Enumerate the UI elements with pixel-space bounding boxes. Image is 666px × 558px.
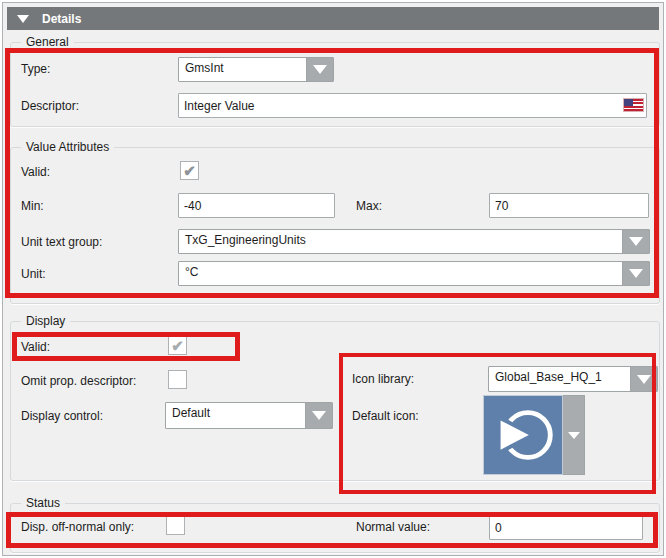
display-valid-checkbox[interactable]: ✔ bbox=[168, 336, 187, 355]
unit-label: Unit: bbox=[21, 267, 46, 281]
type-combobox-value: GmsInt bbox=[179, 58, 306, 81]
dropdown-arrow-icon bbox=[637, 375, 651, 384]
collapse-triangle-icon bbox=[17, 15, 29, 23]
value-attributes-group-label: Value Attributes bbox=[21, 140, 114, 154]
unit-dropdown-button[interactable] bbox=[622, 262, 649, 285]
normal-value-label: Normal value: bbox=[356, 520, 430, 534]
dropdown-arrow-icon bbox=[313, 65, 327, 74]
arrow-into-circle-icon bbox=[483, 395, 563, 475]
disp-off-normal-only-label: Disp. off-normal only: bbox=[21, 520, 134, 534]
va-valid-label: Valid: bbox=[21, 165, 50, 179]
va-valid-checkbox[interactable]: ✔ bbox=[180, 161, 199, 180]
display-control-combobox[interactable]: Default bbox=[165, 402, 333, 429]
descriptor-label: Descriptor: bbox=[21, 99, 79, 113]
unit-text-group-value: TxG_EngineeringUnits bbox=[179, 230, 622, 253]
icon-library-combobox[interactable]: Global_Base_HQ_1 bbox=[488, 366, 658, 392]
type-dropdown-button[interactable] bbox=[306, 58, 333, 81]
max-label: Max: bbox=[356, 199, 382, 213]
descriptor-input[interactable] bbox=[178, 93, 647, 118]
details-panel: Details General Value Attributes Display… bbox=[2, 2, 664, 556]
omit-prop-descriptor-label: Omit prop. descriptor: bbox=[21, 374, 136, 388]
dropdown-arrow-icon bbox=[312, 411, 326, 420]
normal-value-input[interactable] bbox=[489, 515, 643, 540]
icon-library-label: Icon library: bbox=[352, 372, 414, 386]
display-valid-label: Valid: bbox=[21, 340, 50, 354]
type-label: Type: bbox=[21, 62, 50, 76]
display-control-label: Display control: bbox=[21, 409, 103, 423]
status-group-label: Status bbox=[21, 496, 65, 510]
min-label: Min: bbox=[21, 199, 44, 213]
display-control-dropdown-button[interactable] bbox=[305, 403, 332, 428]
details-header-title: Details bbox=[42, 12, 81, 26]
default-icon-label: Default icon: bbox=[352, 409, 419, 423]
icon-library-dropdown-button[interactable] bbox=[630, 367, 657, 391]
disp-off-normal-only-checkbox[interactable] bbox=[166, 516, 185, 535]
unit-combobox[interactable]: °C bbox=[178, 261, 650, 286]
display-group-label: Display bbox=[21, 314, 70, 328]
unit-text-group-combobox[interactable]: TxG_EngineeringUnits bbox=[178, 229, 650, 254]
unit-text-group-dropdown-button[interactable] bbox=[622, 230, 649, 253]
display-control-value: Default bbox=[166, 403, 305, 428]
type-combobox[interactable]: GmsInt bbox=[178, 57, 334, 82]
details-frame: Details General Value Attributes Display… bbox=[0, 0, 666, 558]
min-input[interactable] bbox=[178, 193, 335, 218]
us-flag-icon bbox=[624, 99, 643, 111]
general-group-label: General bbox=[21, 35, 74, 49]
unit-value: °C bbox=[179, 262, 622, 285]
dropdown-arrow-icon bbox=[629, 237, 643, 246]
icon-library-value: Global_Base_HQ_1 bbox=[489, 367, 630, 391]
max-input[interactable] bbox=[489, 193, 649, 218]
details-header[interactable]: Details bbox=[7, 7, 659, 30]
default-icon-picker[interactable] bbox=[483, 395, 585, 475]
unit-text-group-label: Unit text group: bbox=[21, 235, 102, 249]
omit-prop-descriptor-checkbox[interactable] bbox=[168, 370, 187, 389]
dropdown-arrow-icon bbox=[629, 269, 643, 278]
dropdown-arrow-icon bbox=[568, 432, 580, 439]
default-icon-dropdown-button[interactable] bbox=[563, 395, 585, 475]
